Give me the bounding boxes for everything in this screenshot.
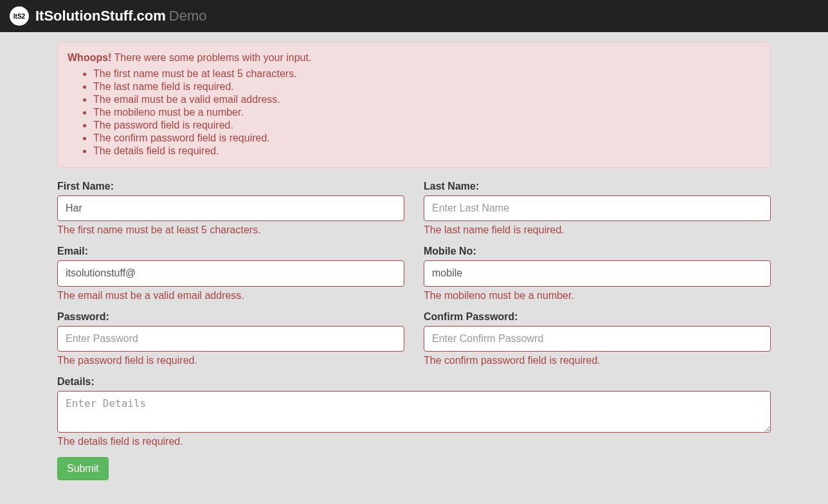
mobile-group: Mobile No: The mobileno must be a number… [414,246,780,301]
main-container: Whoops! There were some problems with yo… [48,32,780,490]
confirm-password-group: Confirm Password: The confirm password f… [414,311,780,366]
alert-error-item: The password field is required. [93,119,760,132]
email-group: Email: The email must be a valid email a… [48,246,414,301]
brand-demo-label: Demo [169,8,207,24]
details-group: Details: The details field is required. [48,376,780,447]
last-name-error: The last name field is required. [424,224,771,236]
password-label: Password: [57,311,404,323]
alert-error-list: The first name must be at least 5 charac… [68,68,760,158]
alert-error-item: The first name must be at least 5 charac… [93,68,760,80]
details-label: Details: [57,376,771,388]
brand-logo-text: ItS2 [14,13,25,20]
email-input[interactable] [57,260,404,286]
first-name-input[interactable] [57,195,404,221]
password-group: Password: The password field is required… [48,311,414,366]
alert-heading: Whoops! [68,52,111,63]
first-name-label: First Name: [57,181,404,192]
alert-error-item: The confirm password field is required. [93,132,760,145]
first-name-error: The first name must be at least 5 charac… [57,224,404,236]
mobile-label: Mobile No: [424,246,771,257]
confirm-password-input[interactable] [424,326,771,352]
last-name-input[interactable] [424,195,771,221]
brand-title: ItSolutionStuff.com [35,8,166,24]
navbar: ItS2 ItSolutionStuff.com Demo [0,0,828,32]
mobile-error: The mobileno must be a number. [424,290,771,302]
email-label: Email: [57,246,404,257]
validation-alert: Whoops! There were some problems with yo… [57,42,771,168]
alert-error-item: The email must be a valid email address. [93,93,760,106]
alert-error-item: The last name field is required. [93,80,760,93]
details-textarea[interactable] [57,391,771,433]
password-error: The password field is required. [57,355,404,366]
confirm-password-label: Confirm Password: [424,311,771,323]
last-name-group: Last Name: The last name field is requir… [414,181,780,236]
submit-button[interactable]: Submit [57,457,109,480]
password-input[interactable] [57,326,404,352]
alert-error-item: The details field is required. [93,145,760,158]
confirm-password-error: The confirm password field is required. [424,355,771,366]
first-name-group: First Name: The first name must be at le… [48,181,414,236]
brand-logo-icon: ItS2 [10,6,29,26]
last-name-label: Last Name: [424,181,771,192]
form: First Name: The first name must be at le… [48,181,780,480]
email-error: The email must be a valid email address. [57,290,404,302]
details-error: The details field is required. [57,436,771,447]
alert-message: There were some problems with your input… [114,52,312,63]
alert-error-item: The mobileno must be a number. [93,106,760,119]
mobile-input[interactable] [424,260,771,286]
